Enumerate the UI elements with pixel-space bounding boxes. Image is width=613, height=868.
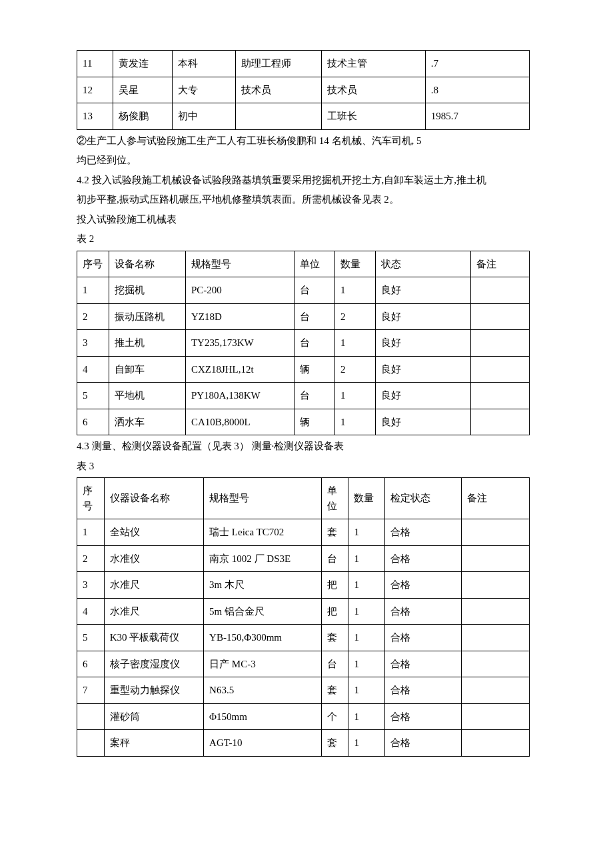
table-cell: 把 xyxy=(321,572,348,599)
table-cell: N63.5 xyxy=(204,677,322,704)
personnel-table-body: 11黄发连本科助理工程师技术主管.712吴星大专技术员技术员.813杨俊鹏初中工… xyxy=(77,51,530,130)
instrument-table: 序号 仪器设备名称 规格型号 单位 数量 检定状态 备注 1全站仪瑞士 Leic… xyxy=(77,477,530,757)
table-cell: 辆 xyxy=(294,356,334,383)
table-cell: 12 xyxy=(77,77,113,103)
table-cell: 合格 xyxy=(384,651,461,677)
header-cell: 序号 xyxy=(77,478,105,519)
table-cell: 3 xyxy=(77,572,105,599)
table-cell: 台 xyxy=(294,383,334,409)
table-cell: 1 xyxy=(348,703,384,730)
header-cell: 单位 xyxy=(294,251,334,277)
table-cell: 合格 xyxy=(384,598,461,625)
table-cell: 3m 木尺 xyxy=(204,572,322,599)
table-cell xyxy=(470,409,529,435)
table-row: 案秤AGT-10套1合格 xyxy=(77,730,530,757)
table-cell: 合格 xyxy=(384,572,461,599)
table-cell: 全站仪 xyxy=(104,519,203,546)
table-cell: 良好 xyxy=(376,303,471,330)
table-cell xyxy=(462,730,530,757)
table-cell: 套 xyxy=(321,677,348,704)
table-cell: 水准仪 xyxy=(104,545,203,572)
header-cell: 仪器设备名称 xyxy=(104,478,203,519)
table-cell: 日产 MC-3 xyxy=(204,651,322,677)
table-cell: 2 xyxy=(335,356,376,383)
instrument-table-body: 1全站仪瑞士 Leica TC702套1合格2水准仪南京 1002 厂 DS3E… xyxy=(77,519,530,757)
table-cell: 合格 xyxy=(384,625,461,651)
table-cell: 1985.7 xyxy=(425,103,529,130)
table-row: 4自卸车CXZ18JHL,12t辆2良好 xyxy=(77,356,530,383)
table-cell: 1 xyxy=(335,330,376,357)
table-row: 3推土机TY235,173KW台1良好 xyxy=(77,330,530,357)
table-cell: 台 xyxy=(321,651,348,677)
table-cell: CA10B,8000L xyxy=(185,409,294,435)
header-cell: 规格型号 xyxy=(204,478,322,519)
paragraph: 4.3 测量、检测仪器设备配置（见表 3） 测量·检测仪器设备表 xyxy=(77,438,530,455)
table-cell: 平地机 xyxy=(109,383,185,409)
table-cell: 套 xyxy=(321,519,348,546)
table-cell xyxy=(77,730,105,757)
header-cell: 状态 xyxy=(376,251,471,277)
table-cell xyxy=(462,545,530,572)
table-cell: 核子密度湿度仪 xyxy=(104,651,203,677)
table-cell: 水准尺 xyxy=(104,598,203,625)
table-cell: 合格 xyxy=(384,730,461,757)
table-cell: 1 xyxy=(348,572,384,599)
table-cell: 杨俊鹏 xyxy=(113,103,172,130)
table-cell: CXZ18JHL,12t xyxy=(185,356,294,383)
table-cell: 合格 xyxy=(384,519,461,546)
table-cell: 助理工程师 xyxy=(235,51,321,77)
table-cell: 1 xyxy=(335,277,376,304)
table-cell: 技术员 xyxy=(321,77,425,103)
table-cell: 1 xyxy=(348,519,384,546)
table-row: 1全站仪瑞士 Leica TC702套1合格 xyxy=(77,519,530,546)
table-row: 3水准尺3m 木尺把1合格 xyxy=(77,572,530,599)
table-cell: 1 xyxy=(77,519,105,546)
table-cell: 1 xyxy=(348,677,384,704)
table-cell: 2 xyxy=(77,545,105,572)
table-cell: 技术员 xyxy=(235,77,321,103)
paragraph: ②生产工人参与试验段施工生产工人有工班长杨俊鹏和 14 名机械、汽车司机, 5 xyxy=(77,133,530,150)
table-row: 7重型动力触探仪N63.5套1合格 xyxy=(77,677,530,704)
paragraph: 4.2 投入试验段施工机械设备试验段路基填筑重要采用挖掘机开挖土方,自卸车装运土… xyxy=(77,172,530,189)
table-label: 表 2 xyxy=(77,231,530,248)
table-cell xyxy=(462,572,530,599)
table-cell: 4 xyxy=(77,598,105,625)
table-cell: 水准尺 xyxy=(104,572,203,599)
table-cell: 合格 xyxy=(384,545,461,572)
table-cell: 良好 xyxy=(376,409,471,435)
table-cell: 个 xyxy=(321,703,348,730)
table-cell: .8 xyxy=(425,77,529,103)
table-cell: 5 xyxy=(77,383,109,409)
personnel-table: 11黄发连本科助理工程师技术主管.712吴星大专技术员技术员.813杨俊鹏初中工… xyxy=(77,50,530,130)
header-cell: 备注 xyxy=(470,251,529,277)
table-cell: 吴星 xyxy=(113,77,172,103)
table-cell xyxy=(462,519,530,546)
table-cell: 初中 xyxy=(172,103,235,130)
table-cell: 良好 xyxy=(376,277,471,304)
table-cell: 13 xyxy=(77,103,113,130)
table-cell: YB-150,Φ300mm xyxy=(204,625,322,651)
table-cell: 6 xyxy=(77,651,105,677)
header-cell: 检定状态 xyxy=(384,478,461,519)
table-cell: 良好 xyxy=(376,330,471,357)
table-cell: 1 xyxy=(77,277,109,304)
table-cell: TY235,173KW xyxy=(185,330,294,357)
equipment-table: 序号 设备名称 规格型号 单位 数量 状态 备注 1挖掘机PC-200台1良好2… xyxy=(77,251,530,436)
table-cell: K30 平板载荷仪 xyxy=(104,625,203,651)
table-cell xyxy=(462,677,530,704)
table-cell: 1 xyxy=(348,598,384,625)
table-cell: .7 xyxy=(425,51,529,77)
table-cell: 4 xyxy=(77,356,109,383)
table-cell: 1 xyxy=(335,383,376,409)
table-cell xyxy=(470,303,529,330)
table-cell: 良好 xyxy=(376,383,471,409)
table-cell: 5 xyxy=(77,625,105,651)
table-row: 5K30 平板载荷仪YB-150,Φ300mm套1合格 xyxy=(77,625,530,651)
table-row: 灌砂筒Φ150mm个1合格 xyxy=(77,703,530,730)
table-row: 13杨俊鹏初中工班长1985.7 xyxy=(77,103,530,130)
table-label: 表 3 xyxy=(77,458,530,475)
table-cell: 台 xyxy=(294,303,334,330)
paragraph: 初步平整,振动式压路机碾压,平地机修整填筑表面。所需机械设备见表 2。 xyxy=(77,191,530,209)
table-cell xyxy=(462,703,530,730)
table-row: 11黄发连本科助理工程师技术主管.7 xyxy=(77,51,530,77)
